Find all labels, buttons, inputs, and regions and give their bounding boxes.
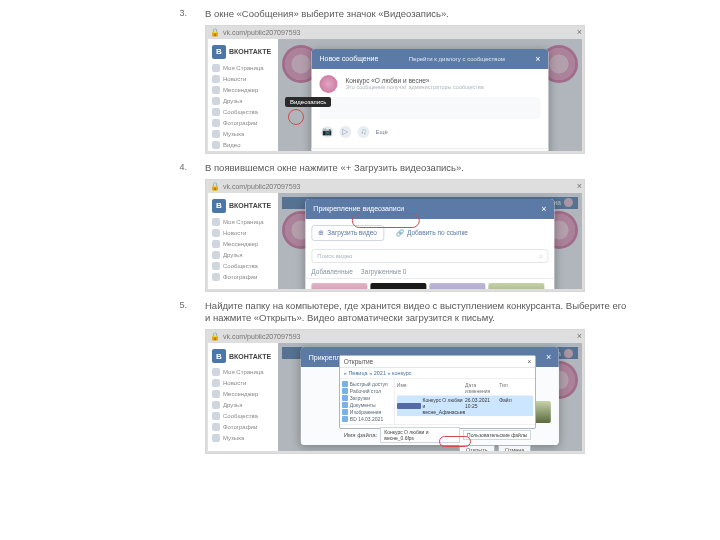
cancel-button[interactable]: Отмена — [498, 445, 532, 451]
sidebar-item: Мессенджер — [212, 390, 274, 398]
modal-link: Перейти к диалогу с сообществом — [409, 56, 505, 62]
modal-title: Прикрепление видеозаписи — [313, 205, 404, 212]
video-thumb[interactable] — [311, 283, 367, 289]
vk-name: ВКОНТАКТЕ — [229, 202, 271, 209]
video-tooltip: Видеозапись — [285, 97, 331, 107]
lock-icon: 🔒 — [210, 332, 220, 341]
close-icon[interactable]: × — [535, 54, 540, 64]
highlight-circle — [288, 109, 304, 125]
breadcrumb[interactable]: « Певица » 2021 » конкурс — [340, 368, 536, 379]
sidebar-item: Мессенджер — [212, 86, 274, 94]
url-bar: 🔒 vk.com/public207097593 — [208, 332, 582, 343]
sidebar-item: Мессенджер — [212, 240, 274, 248]
lock-icon: 🔒 — [210, 28, 220, 37]
sidebar-item: Сообщества — [212, 412, 274, 420]
vk-sidebar: BВКОНТАКТЕ Моя Страница Новости Мессендж… — [208, 343, 278, 451]
sidebar-item: Музыка — [212, 434, 274, 442]
close-icon[interactable]: × — [528, 358, 532, 365]
search-icon: ⌕ — [539, 253, 543, 259]
vk-logo-icon: B — [212, 199, 226, 213]
tab-added[interactable]: Добавленные — [311, 268, 352, 275]
vk-name: ВКОНТАКТЕ — [229, 48, 271, 55]
video-thumb[interactable] — [370, 283, 426, 289]
tab-uploaded[interactable]: Загруженные 0 — [361, 268, 407, 275]
sidebar-item: Моя Страница — [212, 368, 274, 376]
file-list: ИмяДата измененияТип Конкурс О любви и в… — [395, 379, 536, 424]
sidebar-item: Сообщества — [212, 262, 274, 270]
avatar — [319, 75, 337, 93]
url-text: vk.com/public207097593 — [223, 333, 300, 340]
step-text: В окне «Сообщения» выберите значок «Виде… — [205, 8, 630, 21]
sidebar-item: Сообщества — [212, 108, 274, 116]
file-icon — [397, 403, 421, 409]
sidebar-item: Фотографии — [212, 273, 274, 281]
sidebar-item: Фотографии — [212, 119, 274, 127]
vk-sidebar: BВКОНТАКТЕ Моя Страница Новости Мессендж… — [208, 39, 278, 151]
sidebar-item: Моя Страница — [212, 64, 274, 72]
step-number: 5. — [175, 300, 187, 310]
screenshot-3: × 🔒 vk.com/public207097593 BВКОНТАКТЕ Мо… — [205, 25, 630, 154]
url-bar: 🔒 vk.com/public207097593 — [208, 28, 582, 39]
sidebar-item: Музыка — [212, 130, 274, 138]
video-thumb[interactable] — [429, 283, 485, 289]
vk-name: ВКОНТАКТЕ — [229, 353, 271, 360]
url-text: vk.com/public207097593 — [223, 29, 300, 36]
close-icon[interactable]: × — [546, 352, 551, 362]
close-icon: × — [577, 27, 582, 37]
sidebar-item: Новости — [212, 379, 274, 387]
vk-logo-icon: B — [212, 45, 226, 59]
sidebar-item: Новости — [212, 229, 274, 237]
plus-icon: ⊕ — [318, 229, 324, 237]
audio-icon[interactable]: ♫ — [357, 126, 369, 138]
photo-icon[interactable]: 📷 — [321, 126, 333, 138]
screenshot-4: × 🔒 vk.com/public207097593 BВКОНТАКТЕ Мо… — [205, 179, 630, 292]
close-icon: × — [577, 331, 582, 341]
filename-label: Имя файла: — [344, 432, 377, 438]
side-item: BD 14.03.2021 — [342, 416, 392, 422]
side-item: Изображения — [342, 409, 392, 415]
sidebar-item: Друзья — [212, 401, 274, 409]
step-text: Найдите папку на компьютере, где хранитс… — [205, 300, 630, 326]
video-icon[interactable]: ▷ — [339, 126, 351, 138]
step-number: 3. — [175, 8, 187, 18]
more-link[interactable]: Ещё — [375, 129, 387, 135]
step-text: В появившемся окне нажмите «+ Загрузить … — [205, 162, 630, 175]
recipient-title: Конкурс «О любви и весне» — [345, 77, 483, 84]
modal-header: Прикрепление видеозаписи × — [305, 199, 554, 219]
url-bar: 🔒 vk.com/public207097593 — [208, 182, 582, 193]
sidebar-item: Моя Страница — [212, 218, 274, 226]
highlight-oval — [352, 213, 420, 228]
close-icon: × — [577, 181, 582, 191]
video-thumb[interactable] — [488, 283, 544, 289]
link-icon: 🔗 — [396, 229, 404, 237]
video-search[interactable]: Поиск видео ⌕ — [311, 249, 548, 263]
video-thumbnails — [305, 279, 554, 289]
side-item: Быстрый доступ — [342, 381, 392, 387]
step-5: 5. Найдите папку на компьютере, где хран… — [175, 300, 630, 326]
close-icon[interactable]: × — [541, 204, 546, 214]
sidebar-item: Видео — [212, 141, 274, 149]
open-file-dialog: Открытие × « Певица » 2021 » конкурс Быс… — [339, 355, 537, 429]
dialog-title: Открытие — [344, 358, 373, 365]
side-item: Загрузки — [342, 395, 392, 401]
step-4: 4. В появившемся окне нажмите «+ Загрузи… — [175, 162, 630, 175]
sidebar-item: Друзья — [212, 97, 274, 105]
modal-header: Новое сообщение Перейти к диалогу с сооб… — [311, 49, 548, 69]
filter-field[interactable]: Пользовательские файлы — [463, 430, 531, 440]
step-number: 4. — [175, 162, 187, 172]
sidebar-item: Новости — [212, 75, 274, 83]
url-text: vk.com/public207097593 — [223, 183, 300, 190]
add-link-button[interactable]: 🔗Добавить по ссылке — [390, 226, 474, 240]
file-row[interactable]: Конкурс О любви и весне_Афанасьев 26.03.… — [397, 396, 534, 416]
dialog-sidebar: Быстрый доступ Рабочий стол Загрузки Док… — [340, 379, 395, 424]
highlight-oval — [439, 436, 471, 447]
screenshot-5: × 🔒 vk.com/public207097593 BВКОНТАКТЕ Мо… — [205, 329, 630, 454]
step-3: 3. В окне «Сообщения» выберите значок «В… — [175, 8, 630, 21]
sidebar-item: Фотографии — [212, 423, 274, 431]
modal-title: Новое сообщение — [319, 55, 378, 62]
sidebar-item: Друзья — [212, 251, 274, 259]
message-input[interactable] — [319, 97, 540, 119]
side-item: Документы — [342, 402, 392, 408]
lock-icon: 🔒 — [210, 182, 220, 191]
recipient-sub: Это сообщение получат администраторы соо… — [345, 84, 483, 90]
